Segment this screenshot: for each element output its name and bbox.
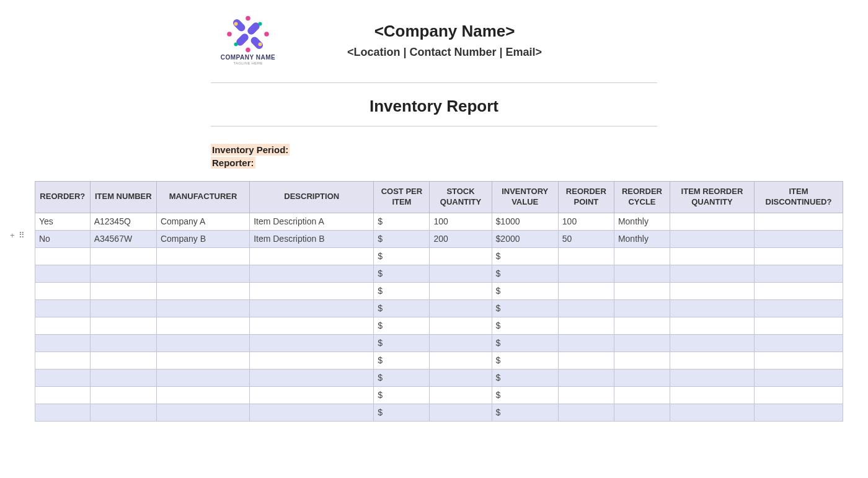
cell-stock_quantity[interactable] [430, 334, 492, 352]
cell-cost_per_item[interactable]: $ [374, 369, 430, 386]
cell-cost_per_item[interactable]: $ [374, 404, 430, 421]
cell-reorder_cycle[interactable] [614, 317, 670, 334]
table-row[interactable]: YesA12345QCompany AItem Description A$10… [35, 213, 843, 230]
cell-cost_per_item[interactable]: $ [374, 352, 430, 369]
col-header[interactable]: REORDER? [35, 182, 91, 213]
cell-inventory_value[interactable]: $1000 [492, 213, 558, 230]
cell-stock_quantity[interactable]: 100 [430, 213, 492, 230]
cell-description[interactable] [250, 386, 374, 404]
col-header[interactable]: INVENTORY VALUE [492, 182, 558, 213]
cell-reorder_cycle[interactable] [614, 369, 670, 386]
cell-manufacturer[interactable] [156, 247, 249, 265]
cell-item_discontinued[interactable] [754, 265, 843, 282]
cell-stock_quantity[interactable] [430, 369, 492, 386]
cell-stock_quantity[interactable] [430, 265, 492, 282]
cell-manufacturer[interactable] [156, 282, 249, 299]
cell-reorder_point[interactable] [558, 317, 614, 334]
cell-description[interactable] [250, 247, 374, 265]
cell-reorder_cycle[interactable]: Monthly [614, 213, 670, 230]
cell-item_reorder_quantity[interactable] [670, 247, 755, 265]
cell-item_discontinued[interactable] [754, 386, 843, 404]
cell-item_discontinued[interactable] [754, 317, 843, 334]
cell-inventory_value[interactable]: $ [492, 299, 558, 317]
table-row[interactable]: $$ [35, 404, 843, 421]
cell-item_number[interactable] [90, 282, 156, 299]
cell-reorder_point[interactable] [558, 369, 614, 386]
cell-item_discontinued[interactable] [754, 247, 843, 265]
cell-manufacturer[interactable] [156, 404, 249, 421]
cell-reorder[interactable] [35, 282, 91, 299]
cell-item_number[interactable] [90, 334, 156, 352]
cell-reorder[interactable] [35, 369, 91, 386]
cell-item_discontinued[interactable] [754, 352, 843, 369]
cell-item_reorder_quantity[interactable] [670, 265, 755, 282]
cell-manufacturer[interactable]: Company A [156, 213, 249, 230]
cell-reorder_cycle[interactable] [614, 334, 670, 352]
cell-item_number[interactable] [90, 299, 156, 317]
cell-reorder_point[interactable] [558, 282, 614, 299]
cell-reorder_cycle[interactable] [614, 247, 670, 265]
cell-reorder[interactable] [35, 352, 91, 369]
cell-manufacturer[interactable] [156, 386, 249, 404]
cell-item_discontinued[interactable] [754, 299, 843, 317]
cell-reorder[interactable] [35, 386, 91, 404]
cell-cost_per_item[interactable]: $ [374, 247, 430, 265]
col-header[interactable]: DESCRIPTION [250, 182, 374, 213]
cell-stock_quantity[interactable] [430, 247, 492, 265]
cell-reorder_cycle[interactable] [614, 265, 670, 282]
cell-reorder_cycle[interactable] [614, 386, 670, 404]
col-header[interactable]: STOCK QUANTITY [430, 182, 492, 213]
cell-reorder_cycle[interactable] [614, 404, 670, 421]
cell-description[interactable] [250, 317, 374, 334]
cell-item_reorder_quantity[interactable] [670, 334, 755, 352]
cell-item_reorder_quantity[interactable] [670, 213, 755, 230]
cell-item_number[interactable] [90, 317, 156, 334]
cell-inventory_value[interactable]: $ [492, 247, 558, 265]
cell-description[interactable] [250, 282, 374, 299]
cell-item_discontinued[interactable] [754, 369, 843, 386]
cell-item_discontinued[interactable] [754, 213, 843, 230]
col-header[interactable]: COST PER ITEM [374, 182, 430, 213]
cell-reorder_point[interactable] [558, 247, 614, 265]
cell-manufacturer[interactable] [156, 352, 249, 369]
cell-stock_quantity[interactable] [430, 404, 492, 421]
table-row[interactable]: $$ [35, 247, 843, 265]
cell-stock_quantity[interactable] [430, 299, 492, 317]
cell-item_discontinued[interactable] [754, 282, 843, 299]
cell-reorder[interactable] [35, 299, 91, 317]
cell-reorder[interactable]: No [35, 230, 91, 247]
cell-inventory_value[interactable]: $ [492, 265, 558, 282]
cell-stock_quantity[interactable]: 200 [430, 230, 492, 247]
cell-stock_quantity[interactable] [430, 386, 492, 404]
cell-description[interactable] [250, 369, 374, 386]
cell-manufacturer[interactable]: Company B [156, 230, 249, 247]
table-row[interactable]: $$ [35, 334, 843, 352]
cell-item_number[interactable] [90, 369, 156, 386]
cell-item_number[interactable] [90, 404, 156, 421]
cell-reorder_point[interactable] [558, 334, 614, 352]
cell-item_reorder_quantity[interactable] [670, 230, 755, 247]
cell-reorder[interactable] [35, 247, 91, 265]
cell-item_number[interactable]: A34567W [90, 230, 156, 247]
cell-item_number[interactable] [90, 386, 156, 404]
table-row[interactable]: $$ [35, 282, 843, 299]
cell-item_number[interactable] [90, 247, 156, 265]
col-header[interactable]: REORDER CYCLE [614, 182, 670, 213]
cell-manufacturer[interactable] [156, 265, 249, 282]
col-header[interactable]: ITEM REORDER QUANTITY [670, 182, 755, 213]
col-header[interactable]: ITEM NUMBER [90, 182, 156, 213]
cell-item_number[interactable]: A12345Q [90, 213, 156, 230]
cell-reorder_point[interactable] [558, 299, 614, 317]
cell-reorder_point[interactable]: 100 [558, 213, 614, 230]
cell-item_reorder_quantity[interactable] [670, 369, 755, 386]
drag-handle-icon[interactable]: ⠿ [19, 231, 25, 240]
cell-reorder_cycle[interactable] [614, 299, 670, 317]
cell-reorder[interactable] [35, 265, 91, 282]
cell-item_number[interactable] [90, 352, 156, 369]
cell-reorder_point[interactable] [558, 265, 614, 282]
table-row[interactable]: NoA34567WCompany BItem Description B$200… [35, 230, 843, 247]
cell-description[interactable]: Item Description B [250, 230, 374, 247]
col-header[interactable]: MANUFACTURER [156, 182, 249, 213]
cell-description[interactable] [250, 299, 374, 317]
cell-inventory_value[interactable]: $ [492, 334, 558, 352]
